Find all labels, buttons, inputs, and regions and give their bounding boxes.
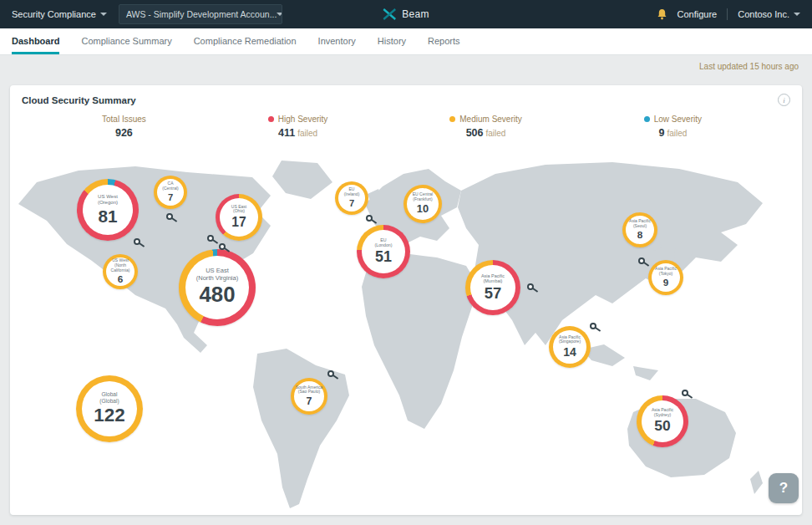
region-badge-ohio[interactable]: US East(Ohio)17: [216, 194, 262, 241]
region-name: US East(Ohio): [231, 205, 246, 215]
region-badge-sao-paulo[interactable]: South America(Sao Paulo)7: [291, 378, 327, 415]
region-count: 7: [168, 192, 173, 203]
tab-inventory[interactable]: Inventory: [318, 28, 356, 54]
low-severity-value: 9: [658, 127, 664, 139]
region-badge-london[interactable]: EU(London)51: [357, 225, 410, 278]
region-badge-sydney[interactable]: Asia Pacific(Sydney)50: [637, 395, 688, 447]
medium-severity-value: 506: [466, 127, 484, 139]
high-severity-label: High Severity: [278, 115, 327, 124]
region-name: EU(London): [375, 237, 393, 247]
stat-total: Total Issues 926: [102, 115, 146, 139]
region-name: Asia Pacific(Seoul): [629, 219, 651, 229]
region-name: CA(Central): [162, 181, 178, 191]
org-label: Contoso Inc.: [738, 9, 789, 19]
last-updated: Last updated 15 hours ago: [0, 55, 812, 76]
region-count: 7: [307, 395, 312, 407]
tab-compliance-summary[interactable]: Compliance Summary: [81, 28, 171, 54]
region-name: Asia Pacific(Sydney): [652, 408, 673, 418]
tab-compliance-remediation[interactable]: Compliance Remediation: [194, 28, 297, 54]
region-name: US East(North Virginia): [196, 268, 239, 282]
brand-label: Beam: [402, 8, 429, 20]
region-badge-central[interactable]: CA(Central)7: [154, 176, 187, 209]
tab-dashboard[interactable]: Dashboard: [12, 28, 59, 54]
region-count: 122: [94, 405, 124, 426]
region-name: Global(Global): [99, 391, 119, 404]
map-pin-icon: [366, 215, 373, 222]
card-title: Cloud Security Summary: [22, 95, 136, 105]
region-badge-frankfurt[interactable]: EU Central(Frankfurt)10: [403, 185, 442, 223]
region-count: 17: [231, 215, 246, 230]
tab-history[interactable]: History: [378, 28, 406, 54]
medium-severity-label: Medium Severity: [459, 115, 521, 124]
map-pin-icon: [207, 235, 214, 242]
low-severity-dot-icon: [644, 116, 650, 122]
region-badge-singapore[interactable]: Asia Pacific(Singapore)14: [549, 326, 591, 368]
app-menu[interactable]: Security Compliance: [12, 9, 107, 19]
region-count: 10: [417, 203, 429, 216]
info-icon[interactable]: i: [778, 94, 790, 106]
total-issues-label: Total Issues: [102, 115, 146, 124]
region-name: EU(Ireland): [344, 187, 360, 197]
tab-bar: DashboardCompliance SummaryCompliance Re…: [0, 28, 812, 55]
cloud-security-summary-card: Cloud Security Summary i Total Issues 92…: [10, 85, 802, 515]
beam-logo-icon: [383, 8, 396, 20]
high-severity-dot-icon: [268, 116, 274, 122]
org-menu[interactable]: Contoso Inc.: [738, 9, 800, 19]
world-map: US West(Oregon)81CA(Central)7US East(Ohi…: [10, 152, 802, 510]
region-count: 7: [349, 198, 354, 209]
chevron-down-icon: [794, 13, 800, 16]
region-badge-seoul[interactable]: Asia Pacific(Seoul)8: [622, 212, 657, 247]
help-button[interactable]: ?: [769, 473, 799, 503]
region-count: 14: [563, 345, 576, 359]
region-badge-oregon[interactable]: US West(Oregon)81: [77, 179, 139, 241]
chevron-down-icon: [277, 13, 282, 16]
brand: Beam: [383, 8, 429, 20]
stat-high: High Severity 411failed: [268, 115, 327, 139]
region-name: US West(Oregon): [98, 194, 118, 206]
medium-severity-suffix: failed: [485, 129, 505, 138]
region-badge-ireland[interactable]: EU(Ireland)7: [335, 181, 368, 215]
region-name: South America(Sao Paulo): [296, 385, 323, 395]
region-count: 81: [98, 206, 117, 227]
account-selector-value: AWS - Simplify Development Accoun...: [126, 9, 277, 19]
total-issues-value: 926: [102, 127, 146, 139]
divider: [727, 8, 728, 20]
region-count: 9: [663, 277, 669, 288]
low-severity-label: Low Severity: [654, 115, 702, 124]
region-badge-mumbai[interactable]: Asia Pacific(Mumbai)57: [465, 260, 520, 315]
summary-stats: Total Issues 926 High Severity 411failed…: [10, 108, 802, 142]
medium-severity-dot-icon: [449, 116, 455, 122]
region-name: Asia Pacific(Tokyo): [655, 267, 677, 277]
stat-low: Low Severity 9failed: [644, 115, 702, 139]
bell-icon[interactable]: [657, 8, 667, 20]
map-pin-icon: [590, 323, 596, 329]
map-overlay: US West(Oregon)81CA(Central)7US East(Ohi…: [10, 152, 802, 510]
topbar: Security Compliance AWS - Simplify Devel…: [0, 0, 812, 28]
account-selector[interactable]: AWS - Simplify Development Accoun...: [119, 4, 282, 24]
high-severity-value: 411: [278, 127, 295, 139]
region-badge-tokyo[interactable]: Asia Pacific(Tokyo)9: [648, 260, 683, 295]
region-count: 57: [485, 284, 502, 302]
region-name: Asia Pacific(Mumbai): [481, 273, 505, 283]
map-pin-icon: [682, 390, 688, 396]
low-severity-suffix: failed: [667, 129, 687, 138]
app-menu-label: Security Compliance: [12, 9, 96, 19]
region-badge-north-california[interactable]: US West(North California)6: [103, 254, 138, 289]
region-name: Asia Pacific(Singapore): [559, 335, 581, 345]
map-pin-icon: [638, 257, 645, 264]
region-badge-global[interactable]: Global(Global)122: [76, 375, 143, 442]
map-pin-icon: [166, 213, 173, 220]
region-badge-north-virginia[interactable]: US East(North Virginia)480: [179, 249, 256, 326]
stat-medium: Medium Severity 506failed: [449, 115, 521, 139]
map-pin-icon: [527, 283, 534, 290]
configure-link[interactable]: Configure: [678, 9, 718, 19]
map-pin-icon: [219, 243, 226, 250]
chevron-down-icon: [100, 13, 107, 16]
map-pin-icon: [327, 370, 334, 377]
region-count: 51: [375, 248, 392, 266]
region-count: 50: [654, 418, 670, 435]
region-name: US West(North California): [106, 258, 134, 273]
region-count: 6: [118, 273, 124, 285]
tab-reports[interactable]: Reports: [428, 28, 460, 54]
region-count: 480: [200, 283, 236, 308]
